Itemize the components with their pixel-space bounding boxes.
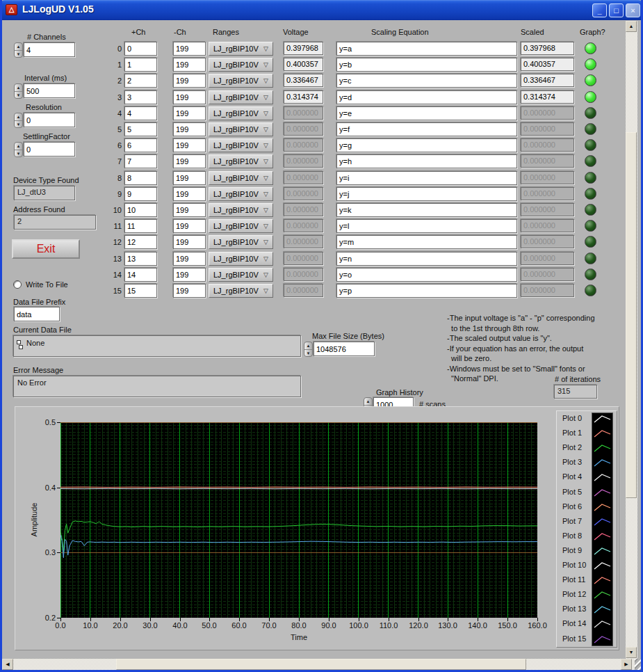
horizontal-scrollbar[interactable]: ◀ ▶: [2, 659, 635, 670]
channels-spinner[interactable]: ▲▼: [14, 42, 23, 58]
range-dropdown[interactable]: LJ_rgBIP10V▽: [209, 219, 273, 233]
close-button[interactable]: ×: [626, 3, 640, 17]
pos-channel-input[interactable]: [124, 203, 157, 217]
neg-channel-input[interactable]: [173, 58, 206, 72]
range-dropdown[interactable]: LJ_rgBIP10V▽: [209, 106, 273, 120]
horizontal-scroll-thumb[interactable]: [116, 659, 526, 670]
pos-channel-input[interactable]: [124, 187, 157, 201]
pos-channel-input[interactable]: [124, 154, 157, 168]
legend-item-label[interactable]: Plot 12: [562, 590, 586, 598]
legend-item-label[interactable]: Plot 8: [562, 531, 582, 540]
legend-item-label[interactable]: Plot 5: [562, 488, 582, 496]
resolution-spinner[interactable]: ▲▼: [14, 113, 23, 128]
graph-led[interactable]: [585, 220, 596, 232]
graph-led[interactable]: [585, 188, 596, 200]
resolution-input[interactable]: [24, 113, 75, 127]
pos-channel-input[interactable]: [124, 138, 157, 152]
graph-led[interactable]: [585, 253, 596, 264]
neg-channel-input[interactable]: [173, 106, 206, 120]
scaling-equation-input[interactable]: [336, 42, 517, 56]
range-dropdown[interactable]: LJ_rgBIP10V▽: [209, 268, 273, 282]
plot-area[interactable]: [60, 422, 537, 618]
graph-led[interactable]: [585, 269, 596, 280]
resize-grip[interactable]: [635, 659, 643, 670]
neg-channel-input[interactable]: [173, 90, 206, 104]
neg-channel-input[interactable]: [173, 122, 206, 136]
pos-channel-input[interactable]: [124, 268, 157, 282]
legend-item-label[interactable]: Plot 0: [562, 414, 582, 422]
scaling-equation-input[interactable]: [336, 171, 517, 185]
legend-item-label[interactable]: Plot 15: [562, 634, 586, 643]
graph-led[interactable]: [585, 91, 596, 103]
current-data-file-box[interactable]: None: [13, 335, 301, 357]
interval-spinner[interactable]: ▲▼: [14, 83, 23, 99]
scaling-equation-input[interactable]: [336, 154, 517, 168]
scaling-equation-input[interactable]: [336, 90, 517, 104]
legend-item-label[interactable]: Plot 13: [562, 605, 586, 613]
scaling-equation-input[interactable]: [336, 138, 517, 152]
scaling-equation-input[interactable]: [336, 235, 517, 249]
neg-channel-input[interactable]: [173, 187, 206, 201]
neg-channel-input[interactable]: [173, 171, 206, 185]
pos-channel-input[interactable]: [124, 42, 157, 56]
scroll-up-button[interactable]: ▲: [626, 21, 637, 32]
legend-item-label[interactable]: Plot 9: [562, 546, 582, 554]
scaling-equation-input[interactable]: [336, 284, 517, 298]
range-dropdown[interactable]: LJ_rgBIP10V▽: [209, 90, 273, 104]
path-browse-icon[interactable]: [17, 340, 23, 350]
scaling-equation-input[interactable]: [336, 122, 517, 136]
neg-channel-input[interactable]: [173, 284, 206, 298]
range-dropdown[interactable]: LJ_rgBIP10V▽: [209, 58, 273, 72]
neg-channel-input[interactable]: [173, 42, 206, 56]
pos-channel-input[interactable]: [124, 171, 157, 185]
neg-channel-input[interactable]: [173, 203, 206, 217]
range-dropdown[interactable]: LJ_rgBIP10V▽: [209, 74, 273, 88]
legend-item-label[interactable]: Plot 1: [562, 429, 582, 437]
graph-led[interactable]: [585, 42, 596, 54]
scroll-left-button[interactable]: ◀: [2, 659, 13, 670]
max-file-size-input[interactable]: [314, 342, 375, 356]
vertical-scrollbar[interactable]: ▲ ▼: [626, 21, 637, 659]
pos-channel-input[interactable]: [124, 90, 157, 104]
graph-led[interactable]: [585, 74, 596, 86]
range-dropdown[interactable]: LJ_rgBIP10V▽: [209, 122, 273, 136]
range-dropdown[interactable]: LJ_rgBIP10V▽: [209, 203, 273, 217]
range-dropdown[interactable]: LJ_rgBIP10V▽: [209, 154, 273, 168]
scaling-equation-input[interactable]: [336, 58, 517, 72]
legend-item-label[interactable]: Plot 14: [562, 619, 586, 627]
neg-channel-input[interactable]: [173, 154, 206, 168]
scroll-right-button[interactable]: ▶: [621, 659, 632, 670]
scaling-equation-input[interactable]: [336, 106, 517, 120]
graph-led[interactable]: [585, 204, 596, 216]
scaling-equation-input[interactable]: [336, 219, 517, 233]
legend-item-label[interactable]: Plot 10: [562, 561, 586, 569]
graph-led[interactable]: [585, 236, 596, 248]
legend-item-label[interactable]: Plot 2: [562, 443, 582, 451]
range-dropdown[interactable]: LJ_rgBIP10V▽: [209, 171, 273, 185]
graph-led[interactable]: [585, 172, 596, 184]
neg-channel-input[interactable]: [173, 268, 206, 282]
vertical-scroll-thumb[interactable]: [626, 132, 637, 498]
pos-channel-input[interactable]: [124, 58, 157, 72]
legend-item-label[interactable]: Plot 11: [562, 575, 585, 584]
range-dropdown[interactable]: LJ_rgBIP10V▽: [209, 42, 273, 56]
legend-item-label[interactable]: Plot 6: [562, 502, 582, 511]
scaling-equation-input[interactable]: [336, 252, 517, 266]
scaling-equation-input[interactable]: [336, 74, 517, 88]
graph-led[interactable]: [585, 107, 596, 119]
interval-input[interactable]: [24, 83, 75, 98]
range-dropdown[interactable]: LJ_rgBIP10V▽: [209, 235, 273, 249]
scaling-equation-input[interactable]: [336, 187, 517, 201]
channels-input[interactable]: [24, 42, 75, 57]
range-dropdown[interactable]: LJ_rgBIP10V▽: [209, 284, 273, 298]
maximize-button[interactable]: □: [609, 3, 624, 17]
minimize-button[interactable]: _: [592, 3, 607, 17]
max-file-size-spinner[interactable]: ▲▼: [304, 342, 313, 357]
scroll-down-button[interactable]: ▼: [626, 647, 637, 658]
graph-led[interactable]: [585, 139, 596, 151]
exit-button[interactable]: Exit: [12, 239, 80, 259]
scaling-equation-input[interactable]: [336, 268, 517, 282]
pos-channel-input[interactable]: [124, 284, 157, 298]
pos-channel-input[interactable]: [124, 122, 157, 136]
pos-channel-input[interactable]: [124, 235, 157, 249]
